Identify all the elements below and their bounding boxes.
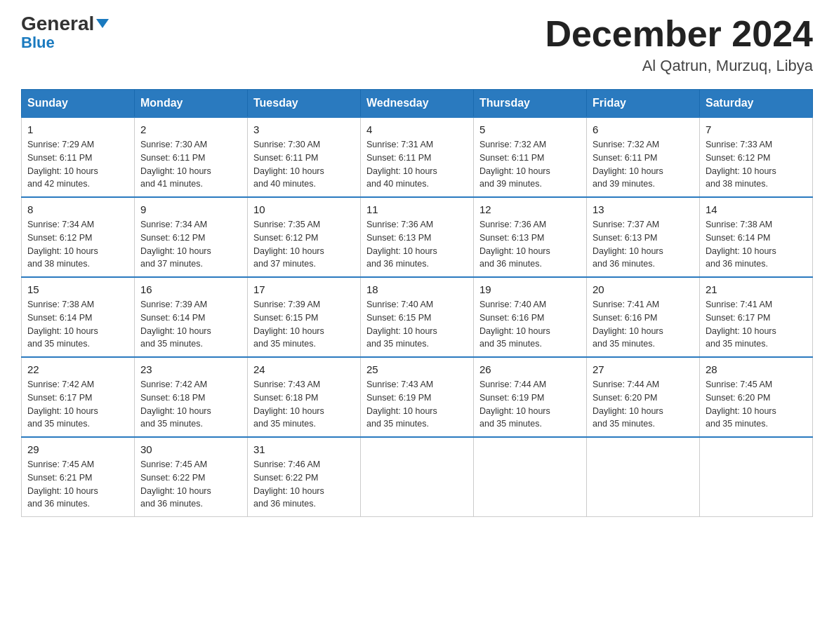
day-number: 19 (479, 283, 581, 295)
page-header: General Blue December 2024 Al Qatrun, Mu… (21, 14, 813, 75)
day-number: 9 (140, 203, 241, 215)
day-cell: 1Sunrise: 7:29 AMSunset: 6:11 PMDaylight… (22, 117, 135, 197)
day-number: 23 (140, 363, 241, 375)
day-number: 11 (366, 203, 468, 215)
day-cell: 21Sunrise: 7:41 AMSunset: 6:17 PMDayligh… (700, 277, 813, 357)
day-number: 17 (253, 283, 355, 295)
header-monday: Monday (135, 90, 248, 118)
day-info: Sunrise: 7:41 AMSunset: 6:17 PMDaylight:… (706, 298, 807, 351)
day-number: 21 (706, 283, 807, 295)
week-row-5: 29Sunrise: 7:45 AMSunset: 6:21 PMDayligh… (22, 437, 813, 517)
week-row-1: 1Sunrise: 7:29 AMSunset: 6:11 PMDaylight… (22, 117, 813, 197)
day-info: Sunrise: 7:43 AMSunset: 6:19 PMDaylight:… (366, 378, 468, 431)
day-number: 27 (593, 363, 694, 375)
day-info: Sunrise: 7:31 AMSunset: 6:11 PMDaylight:… (366, 138, 468, 191)
day-info: Sunrise: 7:40 AMSunset: 6:16 PMDaylight:… (479, 298, 581, 351)
day-cell: 25Sunrise: 7:43 AMSunset: 6:19 PMDayligh… (361, 357, 474, 437)
day-info: Sunrise: 7:43 AMSunset: 6:18 PMDaylight:… (253, 378, 355, 431)
day-info: Sunrise: 7:29 AMSunset: 6:11 PMDaylight:… (27, 138, 128, 191)
day-cell: 10Sunrise: 7:35 AMSunset: 6:12 PMDayligh… (248, 197, 361, 277)
day-cell: 11Sunrise: 7:36 AMSunset: 6:13 PMDayligh… (361, 197, 474, 277)
day-cell: 31Sunrise: 7:46 AMSunset: 6:22 PMDayligh… (248, 437, 361, 517)
day-info: Sunrise: 7:41 AMSunset: 6:16 PMDaylight:… (593, 298, 694, 351)
header-tuesday: Tuesday (248, 90, 361, 118)
day-info: Sunrise: 7:38 AMSunset: 6:14 PMDaylight:… (27, 298, 128, 351)
header-sunday: Sunday (22, 90, 135, 118)
day-cell: 27Sunrise: 7:44 AMSunset: 6:20 PMDayligh… (587, 357, 700, 437)
day-number: 22 (27, 363, 128, 375)
day-cell (474, 437, 587, 517)
page-title: December 2024 (545, 14, 813, 54)
day-cell: 2Sunrise: 7:30 AMSunset: 6:11 PMDaylight… (135, 117, 248, 197)
day-info: Sunrise: 7:45 AMSunset: 6:22 PMDaylight:… (140, 458, 241, 511)
day-info: Sunrise: 7:30 AMSunset: 6:11 PMDaylight:… (140, 138, 241, 191)
header-saturday: Saturday (700, 90, 813, 118)
header-wednesday: Wednesday (361, 90, 474, 118)
day-cell: 20Sunrise: 7:41 AMSunset: 6:16 PMDayligh… (587, 277, 700, 357)
page-subtitle: Al Qatrun, Murzuq, Libya (545, 57, 813, 75)
day-cell: 28Sunrise: 7:45 AMSunset: 6:20 PMDayligh… (700, 357, 813, 437)
day-cell: 17Sunrise: 7:39 AMSunset: 6:15 PMDayligh… (248, 277, 361, 357)
logo: General Blue (21, 14, 109, 51)
day-number: 1 (27, 123, 128, 135)
day-info: Sunrise: 7:33 AMSunset: 6:12 PMDaylight:… (706, 138, 807, 191)
day-info: Sunrise: 7:40 AMSunset: 6:15 PMDaylight:… (366, 298, 468, 351)
calendar-table: SundayMondayTuesdayWednesdayThursdayFrid… (21, 89, 813, 517)
day-info: Sunrise: 7:45 AMSunset: 6:20 PMDaylight:… (706, 378, 807, 431)
week-row-2: 8Sunrise: 7:34 AMSunset: 6:12 PMDaylight… (22, 197, 813, 277)
day-cell: 30Sunrise: 7:45 AMSunset: 6:22 PMDayligh… (135, 437, 248, 517)
day-number: 26 (479, 363, 581, 375)
logo-triangle-icon (96, 19, 109, 28)
day-info: Sunrise: 7:39 AMSunset: 6:14 PMDaylight:… (140, 298, 241, 351)
day-cell: 22Sunrise: 7:42 AMSunset: 6:17 PMDayligh… (22, 357, 135, 437)
day-cell: 9Sunrise: 7:34 AMSunset: 6:12 PMDaylight… (135, 197, 248, 277)
week-row-3: 15Sunrise: 7:38 AMSunset: 6:14 PMDayligh… (22, 277, 813, 357)
day-info: Sunrise: 7:39 AMSunset: 6:15 PMDaylight:… (253, 298, 355, 351)
day-info: Sunrise: 7:30 AMSunset: 6:11 PMDaylight:… (253, 138, 355, 191)
day-number: 30 (140, 443, 241, 455)
day-info: Sunrise: 7:34 AMSunset: 6:12 PMDaylight:… (140, 218, 241, 271)
day-cell: 24Sunrise: 7:43 AMSunset: 6:18 PMDayligh… (248, 357, 361, 437)
day-number: 6 (593, 123, 694, 135)
day-cell (587, 437, 700, 517)
day-info: Sunrise: 7:32 AMSunset: 6:11 PMDaylight:… (593, 138, 694, 191)
logo-blue: Blue (21, 35, 55, 51)
day-number: 20 (593, 283, 694, 295)
day-cell (700, 437, 813, 517)
title-area: December 2024 Al Qatrun, Murzuq, Libya (545, 14, 813, 75)
day-cell: 6Sunrise: 7:32 AMSunset: 6:11 PMDaylight… (587, 117, 700, 197)
day-cell: 16Sunrise: 7:39 AMSunset: 6:14 PMDayligh… (135, 277, 248, 357)
day-cell: 5Sunrise: 7:32 AMSunset: 6:11 PMDaylight… (474, 117, 587, 197)
day-number: 13 (593, 203, 694, 215)
header-thursday: Thursday (474, 90, 587, 118)
day-cell: 29Sunrise: 7:45 AMSunset: 6:21 PMDayligh… (22, 437, 135, 517)
day-number: 25 (366, 363, 468, 375)
day-cell: 3Sunrise: 7:30 AMSunset: 6:11 PMDaylight… (248, 117, 361, 197)
day-number: 18 (366, 283, 468, 295)
day-info: Sunrise: 7:45 AMSunset: 6:21 PMDaylight:… (27, 458, 128, 511)
day-number: 5 (479, 123, 581, 135)
header-row: SundayMondayTuesdayWednesdayThursdayFrid… (22, 90, 813, 118)
day-number: 29 (27, 443, 128, 455)
day-cell: 8Sunrise: 7:34 AMSunset: 6:12 PMDaylight… (22, 197, 135, 277)
day-number: 4 (366, 123, 468, 135)
header-friday: Friday (587, 90, 700, 118)
day-info: Sunrise: 7:32 AMSunset: 6:11 PMDaylight:… (479, 138, 581, 191)
day-info: Sunrise: 7:46 AMSunset: 6:22 PMDaylight:… (253, 458, 355, 511)
day-info: Sunrise: 7:42 AMSunset: 6:18 PMDaylight:… (140, 378, 241, 431)
day-number: 2 (140, 123, 241, 135)
day-cell: 12Sunrise: 7:36 AMSunset: 6:13 PMDayligh… (474, 197, 587, 277)
day-cell (361, 437, 474, 517)
day-cell: 13Sunrise: 7:37 AMSunset: 6:13 PMDayligh… (587, 197, 700, 277)
day-cell: 15Sunrise: 7:38 AMSunset: 6:14 PMDayligh… (22, 277, 135, 357)
day-cell: 7Sunrise: 7:33 AMSunset: 6:12 PMDaylight… (700, 117, 813, 197)
logo-general: General (21, 14, 109, 34)
day-info: Sunrise: 7:42 AMSunset: 6:17 PMDaylight:… (27, 378, 128, 431)
day-number: 24 (253, 363, 355, 375)
day-info: Sunrise: 7:35 AMSunset: 6:12 PMDaylight:… (253, 218, 355, 271)
day-cell: 14Sunrise: 7:38 AMSunset: 6:14 PMDayligh… (700, 197, 813, 277)
day-number: 12 (479, 203, 581, 215)
day-cell: 4Sunrise: 7:31 AMSunset: 6:11 PMDaylight… (361, 117, 474, 197)
day-number: 14 (706, 203, 807, 215)
day-number: 7 (706, 123, 807, 135)
